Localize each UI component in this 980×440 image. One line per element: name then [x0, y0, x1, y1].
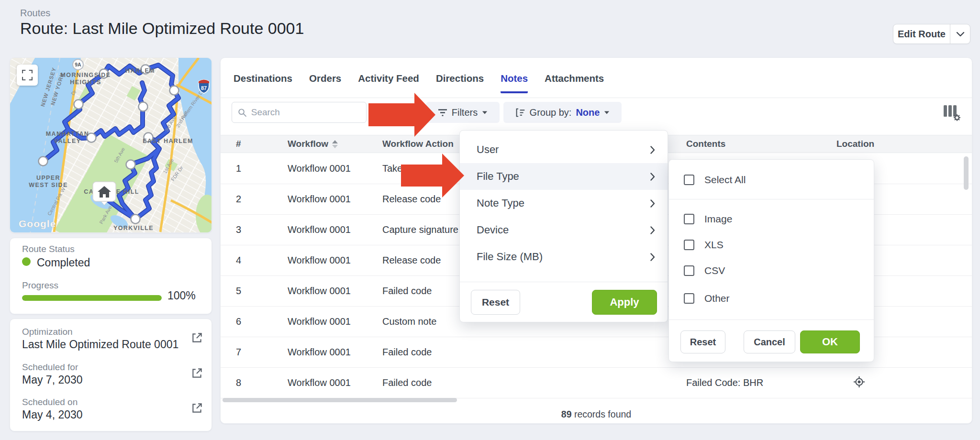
route-map[interactable]: NEW JERSEY NEW YORK MORNINGSIDE HEIGHTS … [10, 57, 212, 233]
group-by-label: Group by: [530, 107, 572, 118]
cell-workflow: Workflow 0001 [288, 194, 382, 205]
filters-menu-footer: Reset Apply [460, 282, 668, 322]
vertical-scrollbar[interactable] [964, 156, 969, 190]
tab-bar: Destinations Orders Activity Feed Direct… [234, 73, 604, 93]
file-type-reset-button[interactable]: Reset [680, 330, 725, 353]
map-label-heights: HEIGHTS [70, 79, 101, 86]
checkbox-icon[interactable] [684, 240, 694, 250]
depot-marker[interactable] [93, 182, 116, 205]
select-all-option[interactable]: Select All [669, 174, 874, 186]
map-label-yorkville: YORKVILLE [113, 225, 154, 231]
scheduled-on-label: Scheduled on [22, 397, 78, 407]
chevron-right-icon [650, 253, 655, 261]
file-type-ok-button[interactable]: OK [800, 330, 860, 353]
cell-workflow: Workflow 0001 [288, 255, 382, 266]
filters-reset-button[interactable]: Reset [471, 290, 520, 315]
progress-bar [22, 295, 162, 301]
location-icon[interactable] [853, 375, 866, 388]
map-label-upper: UPPER [36, 175, 60, 181]
external-link-icon[interactable] [191, 402, 203, 414]
cell-num: 3 [236, 224, 288, 235]
tab-directions[interactable]: Directions [436, 73, 484, 93]
column-header-workflow[interactable]: Workflow [288, 139, 382, 149]
cell-workflow: Workflow 0001 [288, 347, 382, 358]
external-link-icon[interactable] [191, 367, 203, 379]
edit-route-dropdown-button[interactable] [950, 24, 970, 44]
chevron-down-icon [956, 32, 965, 37]
filter-item-file-size[interactable]: File Size (MB) [460, 243, 668, 270]
chevron-right-icon [650, 173, 655, 181]
cell-num: 7 [236, 347, 288, 358]
column-settings-button[interactable] [942, 104, 963, 121]
external-link-icon[interactable] [191, 331, 203, 344]
checkbox-icon[interactable] [684, 265, 694, 276]
route-status-card: Route Status Completed Progress 100% [10, 238, 212, 314]
chevron-right-icon [650, 199, 655, 208]
file-type-cancel-button[interactable]: Cancel [744, 330, 795, 353]
scheduled-on-value: May 4, 2030 [22, 408, 83, 421]
records-count: 89 [561, 409, 572, 419]
cell-workflow: Workflow 0001 [288, 286, 382, 297]
edit-route-button[interactable]: Edit Route [893, 24, 950, 44]
filter-item-device[interactable]: Device [460, 217, 668, 243]
group-by-button[interactable]: Group by: None [503, 102, 622, 123]
cell-workflow: Workflow 0001 [288, 316, 382, 327]
cell-workflow: Workflow 0001 [288, 224, 382, 235]
column-header-location: Location [836, 139, 972, 149]
chevron-right-icon [650, 146, 655, 154]
progress-fill [22, 295, 162, 301]
option-image[interactable]: Image [669, 213, 874, 225]
filter-item-file-type[interactable]: File Type [460, 163, 668, 190]
map-canvas: NEW JERSEY NEW YORK MORNINGSIDE HEIGHTS … [10, 58, 212, 233]
page-title: Route: Last Mile Optimized Route 0001 [20, 19, 304, 38]
records-suffix: records found [572, 409, 632, 419]
chevron-down-icon [604, 111, 609, 114]
option-csv[interactable]: CSV [669, 265, 874, 276]
route-info-card: Optimization Last Mile Optimized Route 0… [10, 319, 212, 431]
cell-num: 4 [236, 255, 288, 266]
tab-notes[interactable]: Notes [501, 73, 528, 93]
tab-activity-feed[interactable]: Activity Feed [358, 73, 419, 93]
checkbox-icon[interactable] [684, 293, 694, 304]
fullscreen-icon [22, 70, 33, 80]
tab-orders[interactable]: Orders [309, 73, 341, 93]
map-label-east-harlem: EAST HARLEM [143, 138, 193, 144]
tab-destinations[interactable]: Destinations [234, 73, 292, 93]
table-row[interactable]: 8 Workflow 0001 Failed code Failed Code:… [221, 368, 972, 398]
map-label-morningside: MORNINGSIDE [61, 72, 111, 78]
route-9a-shield: 9A [73, 59, 83, 70]
fullscreen-button[interactable] [17, 65, 38, 86]
sort-icon[interactable] [332, 140, 338, 148]
column-header-num: # [236, 139, 288, 149]
edit-route-split-button: Edit Route [893, 24, 970, 44]
tab-attachments[interactable]: Attachments [545, 73, 604, 93]
filters-button[interactable]: Filters [426, 102, 500, 123]
cell-num: 6 [236, 316, 288, 327]
chevron-down-icon [482, 111, 487, 114]
filter-item-note-type[interactable]: Note Type [460, 190, 668, 217]
checkbox-icon[interactable] [684, 214, 694, 224]
gear-icon [954, 114, 960, 121]
cell-action: Failed code [382, 377, 686, 388]
option-xls[interactable]: XLS [669, 239, 874, 251]
checkbox-icon[interactable] [684, 175, 694, 185]
group-by-value: None [576, 107, 600, 118]
filters-label: Filters [452, 107, 478, 118]
column-header-contents: Contents [686, 139, 836, 149]
breadcrumb[interactable]: Routes [20, 8, 50, 19]
map-label-valley: VALLEY [54, 138, 81, 144]
filter-item-user[interactable]: User [460, 136, 668, 163]
svg-text:9A: 9A [75, 62, 81, 67]
interstate-87-shield: 87 [199, 80, 209, 94]
option-other[interactable]: Other [669, 293, 874, 304]
cell-workflow: Workflow 0001 [288, 163, 382, 174]
google-logo: Google [19, 218, 56, 229]
map-label-harlem: HARLEM [125, 67, 155, 74]
horizontal-scrollbar[interactable] [223, 398, 457, 402]
cell-num: 5 [236, 286, 288, 297]
tabs-divider [221, 98, 972, 98]
cell-num: 8 [236, 377, 288, 388]
search-input[interactable] [251, 107, 360, 118]
records-found: 89 records found [221, 409, 972, 420]
filters-apply-button[interactable]: Apply [592, 290, 657, 315]
